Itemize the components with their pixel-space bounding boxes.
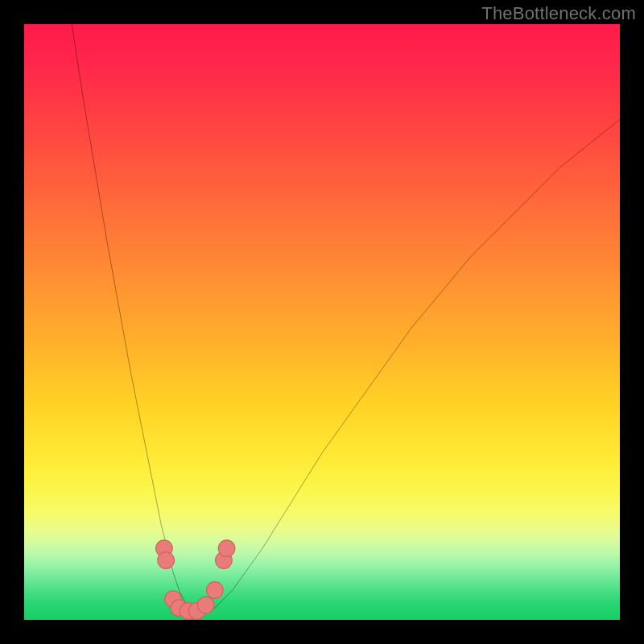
plot-area [24, 24, 620, 620]
curve-layer [24, 24, 620, 620]
curve-marker [197, 597, 214, 613]
curve-marker [218, 540, 235, 557]
marker-group [156, 540, 235, 619]
curve-marker [206, 582, 223, 599]
curve-marker [158, 552, 175, 569]
watermark-text: TheBottleneck.com [481, 3, 636, 24]
bottleneck-curve [72, 24, 620, 614]
chart-stage: TheBottleneck.com [0, 0, 644, 644]
